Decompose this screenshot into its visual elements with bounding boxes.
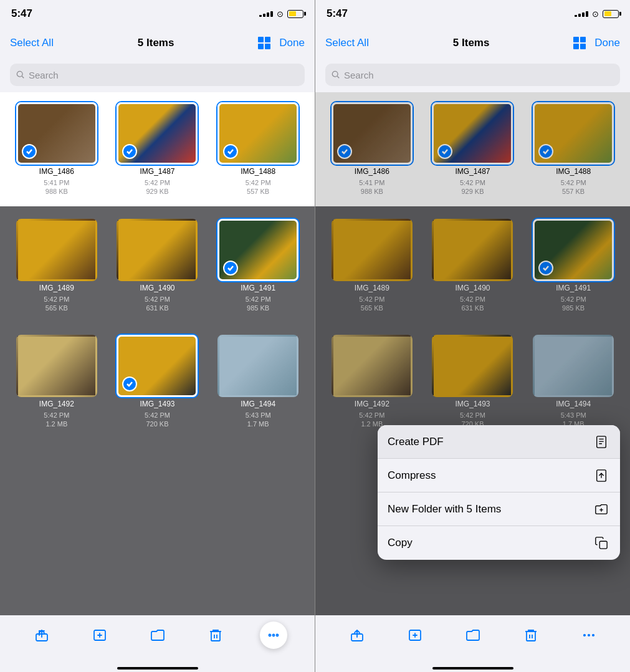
search-input-left[interactable]: Search — [10, 64, 305, 86]
search-bar-left: Search — [0, 59, 315, 92]
context-menu: Create PDF Compress New Folder with 5 It… — [378, 425, 620, 560]
svg-line-1 — [22, 76, 24, 78]
context-item-new-folder[interactable]: New Folder with 5 Items — [378, 492, 620, 526]
left-panel: 5:47 ⊙ Select All 5 Items Done — [0, 0, 315, 672]
file-item-1488-left[interactable]: IMG_1488 5:42 PM 557 KB — [211, 102, 305, 196]
grid-view-icon-right[interactable] — [573, 37, 586, 49]
context-item-create-pdf[interactable]: Create PDF — [378, 425, 620, 459]
file-name-1489-left: IMG_1489 — [39, 284, 74, 292]
file-name-1494-left: IMG_1494 — [241, 400, 275, 408]
home-indicator-right — [315, 667, 630, 672]
file-item-1490-left[interactable]: IMG_1490 5:42 PM 631 KB — [111, 219, 204, 313]
more-button-right[interactable] — [575, 622, 603, 649]
search-icon-right — [332, 70, 340, 79]
nav-bar-left: Select All 5 Items Done — [0, 27, 315, 59]
file-thumb-1486-right — [332, 102, 413, 165]
more-button-left[interactable] — [260, 622, 287, 649]
file-item-1486-left[interactable]: IMG_1486 5:41 PM 988 KB — [10, 102, 103, 196]
search-placeholder-left: Search — [29, 70, 59, 80]
wifi-icon: ⊙ — [277, 9, 284, 19]
file-name-1486-left: IMG_1486 — [39, 167, 74, 176]
folder-button-left[interactable] — [144, 622, 171, 649]
file-grid-white-right: IMG_1486 5:41 PM988 KB IMG_1487 5:42 PM9… — [325, 102, 620, 196]
svg-point-33 — [588, 634, 589, 635]
file-meta-1494-left: 5:43 PM 1.7 MB — [246, 411, 271, 429]
svg-point-34 — [592, 634, 593, 635]
context-item-copy[interactable]: Copy — [378, 526, 620, 560]
compress-icon — [593, 467, 610, 484]
white-section-right: IMG_1486 5:41 PM988 KB IMG_1487 5:42 PM9… — [315, 92, 630, 206]
nav-title-left: 5 Items — [138, 37, 174, 49]
svg-rect-7 — [211, 631, 220, 641]
add-button-left[interactable] — [86, 622, 113, 649]
file-thumb-1488-left — [217, 102, 298, 165]
toolbar-left — [0, 615, 315, 667]
svg-point-11 — [272, 634, 274, 636]
context-label-create-pdf: Create PDF — [388, 436, 444, 448]
status-time-left: 5:47 — [11, 7, 32, 20]
gray-section-2-right: IMG_1489 5:42 PM565 KB IMG_1490 5:42 PM6… — [315, 206, 630, 323]
file-grid-white-left: IMG_1486 5:41 PM 988 KB IMG_1487 — [10, 102, 305, 196]
svg-point-12 — [276, 634, 278, 636]
file-item-1492-left[interactable]: IMG_1492 5:42 PM 1.2 MB — [10, 335, 103, 429]
search-input-right[interactable]: Search — [325, 64, 620, 86]
file-grid-gray2-left: IMG_1489 5:42 PM 565 KB IMG_1490 5:42 PM… — [10, 219, 305, 313]
select-all-button-right[interactable]: Select All — [325, 37, 369, 49]
folder-button-right[interactable] — [459, 622, 487, 649]
context-label-compress: Compress — [388, 469, 436, 482]
share-button-right[interactable] — [343, 622, 371, 649]
pdf-icon — [593, 433, 610, 451]
file-item-1488-right: IMG_1488 5:42 PM557 KB — [527, 102, 620, 196]
file-meta-1491-left: 5:42 PM 985 KB — [246, 295, 271, 313]
svg-rect-29 — [527, 631, 535, 641]
svg-line-14 — [337, 76, 339, 78]
svg-rect-23 — [599, 541, 607, 549]
battery-icon — [287, 10, 303, 18]
file-meta-1493-left: 5:42 PM 720 KB — [145, 411, 170, 429]
file-item-1493-left[interactable]: IMG_1493 5:42 PM 720 KB — [111, 335, 204, 429]
file-meta-1489-left: 5:42 PM 565 KB — [44, 295, 69, 313]
file-name-1487-left: IMG_1487 — [140, 167, 174, 176]
file-item-1494-left[interactable]: IMG_1494 5:43 PM 1.7 MB — [211, 335, 305, 429]
trash-button-right[interactable] — [517, 622, 545, 649]
file-thumb-1491-left — [217, 219, 298, 281]
done-button-right[interactable]: Done — [594, 37, 620, 49]
file-name-1491-left: IMG_1491 — [241, 284, 275, 292]
content-area-left: IMG_1486 5:41 PM 988 KB IMG_1487 — [0, 92, 315, 615]
file-item-1489-left[interactable]: IMG_1489 5:42 PM 565 KB — [10, 219, 103, 313]
new-folder-icon — [593, 501, 610, 518]
file-name-1493-left: IMG_1493 — [140, 400, 174, 408]
done-button-left[interactable]: Done — [279, 37, 305, 49]
file-thumb-1487-left — [117, 102, 198, 165]
toolbar-right — [315, 615, 630, 667]
status-icons-left: ⊙ — [259, 9, 303, 19]
file-name-1488-left: IMG_1488 — [241, 167, 275, 176]
file-thumb-1486-left — [16, 102, 97, 165]
share-button-left[interactable] — [28, 622, 55, 649]
svg-point-0 — [17, 71, 22, 77]
trash-button-left[interactable] — [202, 622, 229, 649]
file-item-1486-right: IMG_1486 5:41 PM988 KB — [325, 102, 419, 196]
context-label-new-folder: New Folder with 5 Items — [388, 503, 501, 516]
file-name-1492-left: IMG_1492 — [39, 400, 74, 408]
signal-icon — [259, 11, 273, 17]
svg-rect-15 — [597, 436, 606, 447]
home-indicator-left — [0, 667, 315, 672]
add-button-right[interactable] — [401, 622, 429, 649]
signal-icon-right — [575, 11, 588, 17]
file-item-1487-left[interactable]: IMG_1487 5:42 PM 929 KB — [111, 102, 204, 196]
file-meta-1488-left: 5:42 PM 557 KB — [246, 178, 271, 196]
grid-view-icon-left[interactable] — [258, 37, 270, 49]
wifi-icon-right: ⊙ — [592, 9, 599, 19]
file-thumb-1492-left — [16, 335, 97, 397]
status-icons-right: ⊙ — [575, 9, 619, 19]
file-thumb-1494-left — [217, 335, 298, 397]
status-time-right: 5:47 — [327, 7, 348, 20]
context-item-compress[interactable]: Compress — [378, 459, 620, 492]
select-all-button-left[interactable]: Select All — [10, 37, 54, 49]
home-bar-right — [432, 667, 513, 670]
file-item-1491-left[interactable]: IMG_1491 5:42 PM 985 KB — [211, 219, 305, 313]
file-meta-1486-left: 5:41 PM 988 KB — [44, 178, 69, 196]
check-badge-1491-left — [223, 261, 238, 276]
check-badge-1486-left — [22, 144, 37, 159]
